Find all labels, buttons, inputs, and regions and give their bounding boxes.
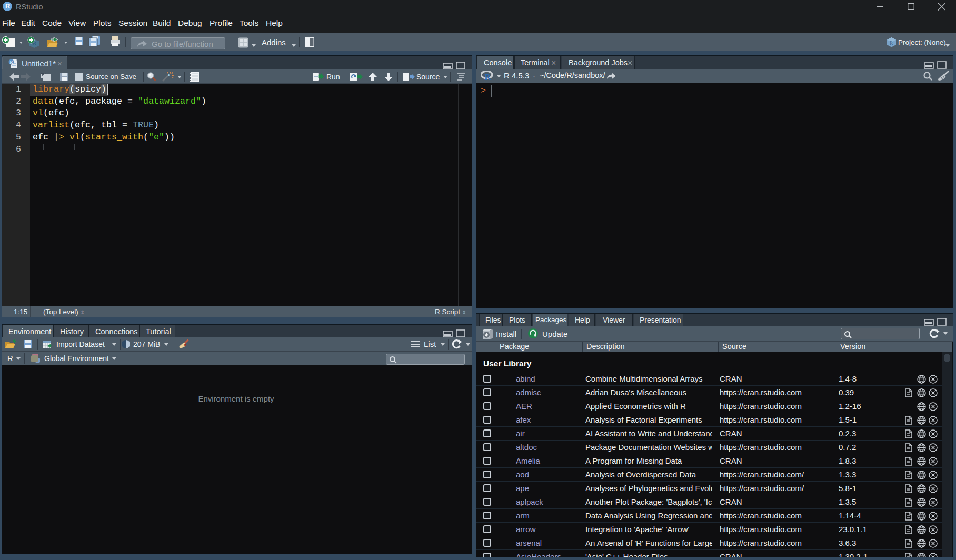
svg-text:R: R — [485, 73, 491, 82]
svg-text:R: R — [10, 60, 13, 65]
svg-text:R: R — [890, 41, 893, 46]
